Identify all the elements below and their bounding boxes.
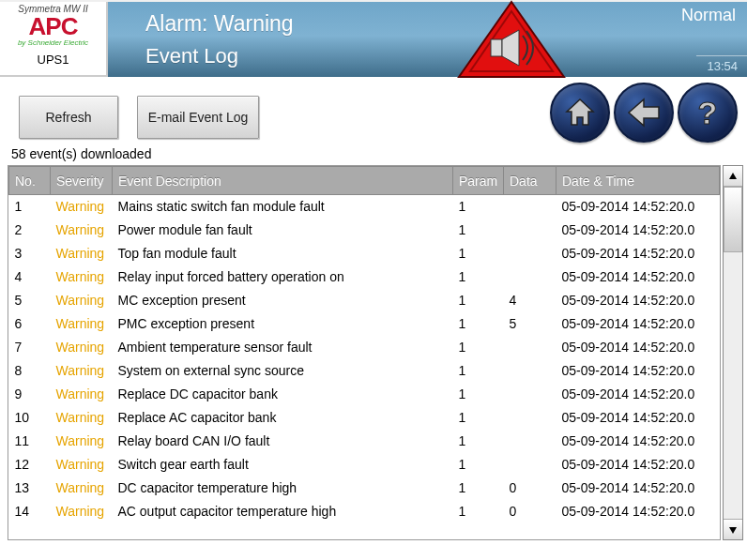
cell-datetime: 05-09-2014 14:52:20.0 (556, 477, 720, 500)
cell-data (504, 383, 556, 406)
cell-no: 7 (9, 336, 51, 359)
nav-icons: ? (550, 83, 738, 143)
cell-severity: Warning (51, 453, 113, 477)
cell-datetime: 05-09-2014 14:52:20.0 (556, 430, 720, 453)
cell-datetime: 05-09-2014 14:52:20.0 (556, 289, 720, 312)
svg-marker-8 (729, 527, 737, 534)
clock: 13:54 (707, 59, 738, 73)
home-button[interactable] (550, 83, 610, 143)
cell-datetime: 05-09-2014 14:52:20.0 (556, 219, 720, 242)
cell-severity: Warning (51, 500, 113, 523)
cell-data (504, 453, 556, 477)
cell-data (504, 336, 556, 359)
table-row[interactable]: 4WarningRelay input forced battery opera… (9, 265, 720, 289)
toolbar: Refresh E-mail Event Log ? (0, 77, 747, 152)
cell-description: Replace DC capacitor bank (113, 383, 453, 406)
cell-no: 2 (9, 219, 51, 242)
col-header-no[interactable]: No. (9, 167, 51, 195)
cell-datetime: 05-09-2014 14:52:20.0 (556, 265, 720, 289)
cell-no: 8 (9, 359, 51, 383)
cell-data (504, 430, 556, 453)
back-button[interactable] (614, 83, 674, 143)
svg-marker-5 (629, 99, 659, 126)
cell-data: 0 (504, 500, 556, 523)
cell-severity: Warning (51, 219, 113, 242)
cell-severity: Warning (51, 477, 113, 500)
cell-data (504, 242, 556, 265)
chevron-down-icon (728, 525, 738, 535)
svg-rect-2 (491, 39, 502, 56)
table-row[interactable]: 2WarningPower module fan fault105-09-201… (9, 219, 720, 242)
cell-param: 1 (453, 477, 504, 500)
cell-param: 1 (453, 359, 504, 383)
cell-description: Relay input forced battery operation on (113, 265, 453, 289)
table-row[interactable]: 14WarningAC output capacitor temperature… (9, 500, 720, 523)
refresh-button[interactable]: Refresh (19, 96, 118, 139)
table-row[interactable]: 11WarningRelay board CAN I/O fault105-09… (9, 430, 720, 453)
cell-no: 9 (9, 383, 51, 406)
cell-param: 1 (453, 312, 504, 336)
cell-severity: Warning (51, 336, 113, 359)
header-main: Alarm: Warning Event Log Normal 13:54 (108, 2, 747, 77)
col-header-param[interactable]: Param (453, 167, 504, 195)
scroll-track[interactable] (724, 187, 742, 519)
cell-severity: Warning (51, 430, 113, 453)
cell-no: 13 (9, 477, 51, 500)
table-row[interactable]: 10WarningReplace AC capacitor bank105-09… (9, 406, 720, 430)
cell-param: 1 (453, 336, 504, 359)
scroll-up-button[interactable] (724, 166, 742, 187)
scroll-thumb[interactable] (724, 187, 742, 252)
cell-severity: Warning (51, 265, 113, 289)
cell-datetime: 05-09-2014 14:52:20.0 (556, 406, 720, 430)
event-table-container: No. Severity Event Description Param Dat… (8, 165, 721, 540)
chevron-up-icon (728, 172, 738, 181)
cell-param: 1 (453, 219, 504, 242)
cell-severity: Warning (51, 289, 113, 312)
svg-text:?: ? (698, 96, 718, 129)
cell-datetime: 05-09-2014 14:52:20.0 (556, 242, 720, 265)
cell-description: Switch gear earth fault (113, 453, 453, 477)
table-row[interactable]: 7WarningAmbient temperature sensor fault… (9, 336, 720, 359)
table-row[interactable]: 8WarningSystem on external sync source10… (9, 359, 720, 383)
cell-description: System on external sync source (113, 359, 453, 383)
cell-description: Top fan module fault (113, 242, 453, 265)
brand-byline: by Schneider Electric (18, 38, 88, 47)
cell-description: DC capacitor temperature high (113, 477, 453, 500)
cell-description: Replace AC capacitor bank (113, 406, 453, 430)
col-header-description[interactable]: Event Description (113, 167, 453, 195)
cell-datetime: 05-09-2014 14:52:20.0 (556, 195, 720, 219)
table-row[interactable]: 9WarningReplace DC capacitor bank105-09-… (9, 383, 720, 406)
svg-marker-4 (567, 99, 593, 125)
email-event-log-button[interactable]: E-mail Event Log (137, 96, 259, 139)
cell-data: 4 (504, 289, 556, 312)
cell-param: 1 (453, 242, 504, 265)
table-row[interactable]: 5WarningMC exception present1405-09-2014… (9, 289, 720, 312)
table-row[interactable]: 13WarningDC capacitor temperature high10… (9, 477, 720, 500)
table-row[interactable]: 3WarningTop fan module fault105-09-2014 … (9, 242, 720, 265)
help-button[interactable]: ? (678, 83, 738, 143)
page-subtitle: Event Log (145, 44, 747, 68)
col-header-data[interactable]: Data (504, 167, 556, 195)
cell-no: 6 (9, 312, 51, 336)
cell-description: Relay board CAN I/O fault (113, 430, 453, 453)
col-header-datetime[interactable]: Date & Time (556, 167, 720, 195)
event-table: No. Severity Event Description Param Dat… (8, 166, 720, 523)
status-label: Normal (681, 6, 736, 25)
cell-description: Power module fan fault (113, 219, 453, 242)
cell-no: 12 (9, 453, 51, 477)
col-header-severity[interactable]: Severity (51, 167, 113, 195)
table-row[interactable]: 12WarningSwitch gear earth fault105-09-2… (9, 453, 720, 477)
cell-datetime: 05-09-2014 14:52:20.0 (556, 500, 720, 523)
ups-label: UPS1 (38, 53, 69, 67)
vertical-scrollbar[interactable] (723, 165, 743, 540)
clock-divider (696, 55, 747, 56)
scroll-down-button[interactable] (724, 519, 742, 539)
question-icon: ? (691, 96, 724, 129)
table-row[interactable]: 1WarningMains static switch fan module f… (9, 195, 720, 219)
table-row[interactable]: 6WarningPMC exception present1505-09-201… (9, 312, 720, 336)
cell-description: Mains static switch fan module fault (113, 195, 453, 219)
cell-no: 3 (9, 242, 51, 265)
cell-severity: Warning (51, 312, 113, 336)
cell-no: 14 (9, 500, 51, 523)
cell-severity: Warning (51, 406, 113, 430)
